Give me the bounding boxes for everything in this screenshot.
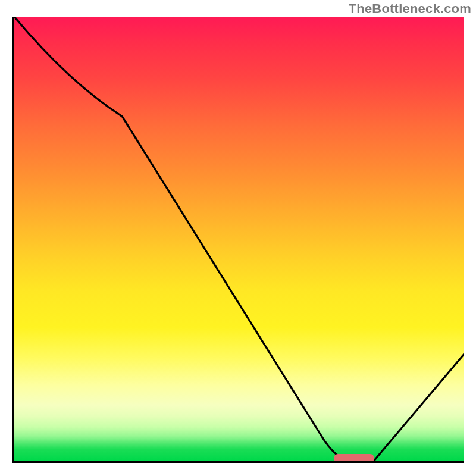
watermark-text: TheBottleneck.com (349, 1, 471, 17)
optimal-range-marker (334, 454, 374, 462)
bottleneck-curve (14, 17, 464, 461)
plot-area (12, 17, 464, 463)
chart-container: TheBottleneck.com (0, 0, 476, 476)
